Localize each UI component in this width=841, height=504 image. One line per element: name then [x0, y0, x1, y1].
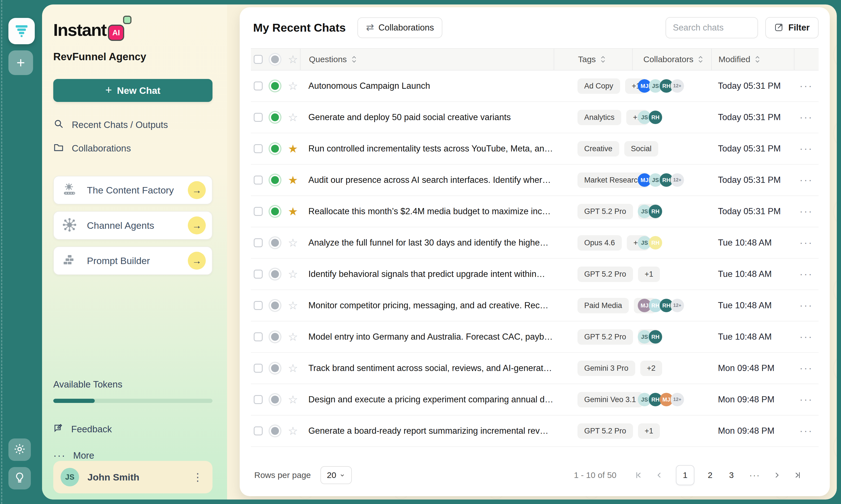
table-row[interactable]: ☆Track brand sentiment across social, re…	[251, 353, 819, 384]
chat-question[interactable]: Analyze the full funnel for last 30 days…	[300, 238, 554, 248]
status-filter-icon[interactable]	[271, 55, 279, 63]
next-page-button[interactable]	[773, 471, 781, 479]
table-row[interactable]: ☆Autonomous Campaign LaunchAd Copy+1MJJS…	[251, 71, 819, 102]
add-workspace-button[interactable]: +	[8, 50, 33, 75]
column-header-modified[interactable]: Modified	[711, 49, 794, 70]
sidebar-item-recent-chats-outputs[interactable]: Recent Chats / Outputs	[53, 113, 212, 137]
star-toggle[interactable]: ★	[288, 143, 298, 154]
row-checkbox[interactable]	[254, 395, 263, 404]
chat-question[interactable]: Model entry into Germany and Australia. …	[300, 332, 554, 342]
select-all-checkbox[interactable]	[254, 55, 263, 64]
row-actions-menu[interactable]: ···	[794, 362, 819, 374]
row-checkbox[interactable]	[254, 270, 263, 278]
star-toggle[interactable]: ☆	[288, 394, 298, 405]
chat-question[interactable]: Audit our presence across AI search inte…	[300, 175, 554, 185]
page-button-2[interactable]: 2	[704, 470, 716, 480]
chat-question[interactable]: Autonomous Campaign Launch	[300, 81, 554, 91]
row-checkbox[interactable]	[254, 144, 263, 153]
tool-card-prompt-builder[interactable]: Prompt Builder→	[53, 247, 212, 275]
row-checkbox[interactable]	[254, 207, 263, 216]
table-row[interactable]: ☆Model entry into Germany and Australia.…	[251, 321, 819, 353]
row-actions-menu[interactable]: ···	[794, 205, 819, 217]
arrow-right-icon[interactable]: →	[188, 252, 206, 270]
star-toggle[interactable]: ☆	[288, 80, 298, 92]
kebab-menu-icon[interactable]: ⋮	[190, 471, 205, 483]
table-row[interactable]: ☆Generate a board-ready report summarizi…	[251, 415, 819, 447]
row-actions-menu[interactable]: ···	[794, 331, 819, 343]
star-toggle[interactable]: ☆	[288, 331, 298, 342]
column-header-tags[interactable]: Tags	[554, 49, 632, 70]
table-row[interactable]: ☆Generate and deploy 50 paid social crea…	[251, 102, 819, 133]
star-toggle[interactable]: ★	[288, 206, 298, 217]
chat-question[interactable]: Design and execute a pricing experiment …	[300, 395, 554, 404]
first-page-icon	[634, 471, 643, 479]
chat-question[interactable]: Reallocate this month’s $2.4M media budg…	[300, 206, 554, 216]
row-checkbox[interactable]	[254, 238, 263, 247]
search-input[interactable]	[673, 23, 751, 33]
row-actions-menu[interactable]: ···	[794, 394, 819, 406]
column-header-collaborators[interactable]: Collaborators	[632, 49, 711, 70]
table-row[interactable]: ★Run controlled incrementality tests acr…	[251, 133, 819, 165]
row-actions-menu[interactable]: ···	[794, 237, 819, 249]
star-toggle[interactable]: ☆	[288, 237, 298, 248]
row-checkbox[interactable]	[254, 82, 263, 90]
star-toggle[interactable]: ☆	[288, 112, 298, 123]
last-page-button[interactable]	[793, 471, 802, 479]
row-checkbox[interactable]	[254, 364, 263, 373]
new-chat-button[interactable]: + New Chat	[53, 79, 212, 102]
tool-card-the-content-factory[interactable]: The Content Factory→	[53, 176, 212, 204]
first-page-button[interactable]	[634, 471, 643, 479]
row-actions-menu[interactable]: ···	[794, 300, 819, 311]
filter-button[interactable]: Filter	[765, 17, 819, 38]
arrow-right-icon[interactable]: →	[188, 216, 206, 234]
tool-card-channel-agents[interactable]: Channel Agents→	[53, 211, 212, 240]
chat-question[interactable]: Identify behavioral signals that predict…	[300, 269, 554, 279]
row-checkbox[interactable]	[254, 113, 263, 122]
feedback-link[interactable]: Feedback	[53, 423, 112, 436]
row-actions-menu[interactable]: ···	[794, 425, 819, 437]
chat-question[interactable]: Generate a board-ready report summarizin…	[300, 426, 554, 436]
row-checkbox[interactable]	[254, 301, 263, 310]
rows-per-page-select[interactable]: 20	[321, 466, 352, 484]
table-row[interactable]: ★Reallocate this month’s $2.4M media bud…	[251, 196, 819, 227]
arrow-right-icon[interactable]: →	[188, 181, 206, 199]
chat-question[interactable]: Run controlled incrementality tests acro…	[300, 144, 554, 154]
factory-icon	[62, 182, 78, 199]
help-button[interactable]	[8, 467, 31, 489]
row-actions-menu[interactable]: ···	[794, 80, 819, 92]
column-header-questions[interactable]: Questions	[300, 49, 554, 70]
tag-pill: Creative	[578, 141, 619, 157]
star-filter-icon[interactable]: ☆	[288, 54, 298, 65]
pagination-overflow[interactable]: ···	[749, 470, 760, 480]
chat-question[interactable]: Track brand sentiment across social, rev…	[300, 363, 554, 373]
star-toggle[interactable]: ☆	[288, 300, 298, 311]
page-button-3[interactable]: 3	[726, 470, 737, 480]
row-actions-menu[interactable]: ···	[794, 268, 819, 280]
user-card[interactable]: JS John Smith ⋮	[53, 461, 212, 493]
star-toggle[interactable]: ★	[288, 175, 298, 186]
more-link[interactable]: ··· More	[53, 450, 94, 462]
star-toggle[interactable]: ☆	[288, 363, 298, 374]
row-actions-menu[interactable]: ···	[794, 111, 819, 123]
app-logo-button[interactable]	[8, 18, 35, 44]
chat-question[interactable]: Generate and deploy 50 paid social creat…	[300, 112, 554, 122]
row-checkbox[interactable]	[254, 176, 263, 184]
sidebar-item-collaborations[interactable]: Collaborations	[53, 137, 212, 160]
previous-page-button[interactable]	[655, 471, 664, 479]
filter-icon	[774, 22, 784, 33]
table-row[interactable]: ☆Monitor competitor pricing, messaging, …	[251, 290, 819, 321]
row-checkbox[interactable]	[254, 427, 263, 435]
table-row[interactable]: ☆Analyze the full funnel for last 30 day…	[251, 227, 819, 259]
row-checkbox[interactable]	[254, 332, 263, 341]
table-row[interactable]: ★Audit our presence across AI search int…	[251, 165, 819, 196]
chat-question[interactable]: Monitor competitor pricing, messaging, a…	[300, 301, 554, 310]
table-row[interactable]: ☆Identify behavioral signals that predic…	[251, 259, 819, 290]
table-row[interactable]: ☆Design and execute a pricing experiment…	[251, 384, 819, 415]
row-actions-menu[interactable]: ···	[794, 174, 819, 186]
page-button-1[interactable]: 1	[676, 465, 694, 485]
star-toggle[interactable]: ☆	[288, 425, 298, 436]
star-toggle[interactable]: ☆	[288, 269, 298, 280]
collaborations-toggle-button[interactable]: ⇄ Collaborations	[357, 17, 442, 38]
settings-button[interactable]	[8, 438, 31, 461]
row-actions-menu[interactable]: ···	[794, 143, 819, 155]
